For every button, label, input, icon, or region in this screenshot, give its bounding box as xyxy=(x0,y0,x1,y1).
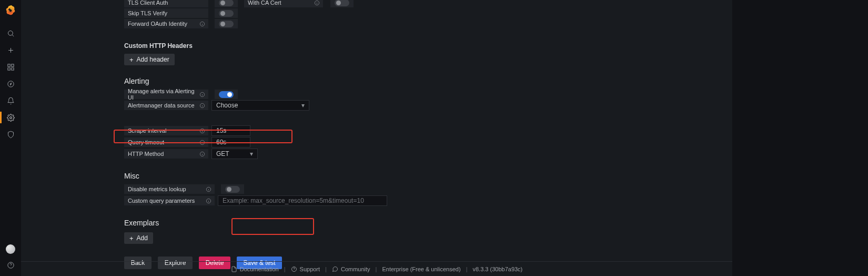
misc-section-title: Misc xyxy=(124,172,634,180)
alertmanager-ds-select[interactable]: Choose ▾ xyxy=(211,100,309,111)
chevron-down-icon: ▾ xyxy=(301,102,305,109)
custom-query-params-input[interactable]: Example: max_source_resolution=5m&timeou… xyxy=(218,195,387,206)
info-icon[interactable] xyxy=(198,92,205,97)
alerting-section-title: Alerting xyxy=(124,77,634,85)
info-icon[interactable] xyxy=(204,186,211,192)
left-sidebar xyxy=(0,0,21,276)
svg-rect-5 xyxy=(7,64,9,66)
explore-icon[interactable] xyxy=(0,77,21,91)
footer-version: v8.3.3 (30bb7a93c) xyxy=(472,266,522,272)
search-icon[interactable] xyxy=(0,26,21,40)
info-icon[interactable] xyxy=(198,103,205,109)
svg-marker-10 xyxy=(10,83,12,85)
custom-query-params-label: Custom query parameters xyxy=(124,196,215,205)
chevron-down-icon: ▾ xyxy=(250,150,253,157)
scrape-interval-label: Scrape interval xyxy=(124,126,208,135)
user-avatar[interactable] xyxy=(6,244,15,254)
info-icon[interactable] xyxy=(198,140,205,145)
query-timeout-label: Query timeout xyxy=(124,137,208,147)
exemplars-section-title: Exemplars xyxy=(124,219,634,227)
info-icon[interactable] xyxy=(312,0,320,6)
svg-rect-7 xyxy=(11,67,13,70)
alertmanager-ds-label: Alertmanager data source xyxy=(124,101,208,110)
tls-client-auth-toggle[interactable] xyxy=(215,0,238,7)
add-header-button[interactable]: + Add header xyxy=(124,54,175,65)
scrape-interval-input[interactable]: 15s xyxy=(211,125,250,136)
info-icon[interactable] xyxy=(198,128,205,134)
plus-icon: + xyxy=(129,235,134,242)
dashboards-icon[interactable] xyxy=(0,60,21,74)
http-method-select[interactable]: GET ▾ xyxy=(211,149,258,159)
grafana-logo[interactable] xyxy=(2,2,19,19)
skip-tls-verify-toggle[interactable] xyxy=(215,8,238,18)
disable-metrics-lookup-toggle[interactable] xyxy=(221,184,244,194)
info-icon[interactable] xyxy=(204,198,211,204)
custom-http-headers-title: Custom HTTP Headers xyxy=(124,42,634,50)
manage-alerts-toggle[interactable] xyxy=(215,90,238,99)
svg-rect-6 xyxy=(11,64,13,66)
alerting-icon[interactable] xyxy=(0,94,21,107)
manage-alerts-label: Manage alerts via Alerting UI xyxy=(124,90,208,99)
http-method-label: HTTP Method xyxy=(124,149,208,159)
configuration-icon[interactable] xyxy=(0,111,21,124)
svg-line-2 xyxy=(12,35,14,36)
server-admin-icon[interactable] xyxy=(0,127,21,141)
disable-metrics-lookup-label: Disable metrics lookup xyxy=(124,184,215,194)
with-ca-cert-toggle[interactable] xyxy=(330,0,354,7)
create-icon[interactable] xyxy=(0,43,21,57)
help-icon[interactable] xyxy=(0,258,21,272)
footer-community-link[interactable]: Community xyxy=(332,266,370,272)
info-icon[interactable] xyxy=(198,21,205,27)
forward-oauth-label: Forward OAuth Identity xyxy=(124,19,208,28)
tls-client-auth-label: TLS Client Auth xyxy=(124,0,208,7)
info-icon[interactable] xyxy=(198,151,205,157)
footer: Documentation | Support | Community | En… xyxy=(21,261,732,276)
plus-icon: + xyxy=(129,56,134,63)
footer-documentation-link[interactable]: Documentation xyxy=(231,266,279,272)
svg-rect-8 xyxy=(7,67,9,70)
footer-support-link[interactable]: Support xyxy=(291,266,320,272)
with-ca-cert-label: With CA Cert xyxy=(244,0,323,7)
main-panel: TLS Client Auth With CA Cert Skip TLS Ve… xyxy=(21,0,732,276)
svg-point-1 xyxy=(8,31,13,35)
forward-oauth-toggle[interactable] xyxy=(215,19,238,28)
query-timeout-input[interactable]: 60s xyxy=(211,137,250,147)
footer-license[interactable]: Enterprise (Free & unlicensed) xyxy=(382,266,460,272)
svg-point-11 xyxy=(9,116,12,119)
skip-tls-verify-label: Skip TLS Verify xyxy=(124,8,208,18)
add-exemplar-button[interactable]: + Add xyxy=(124,232,153,244)
